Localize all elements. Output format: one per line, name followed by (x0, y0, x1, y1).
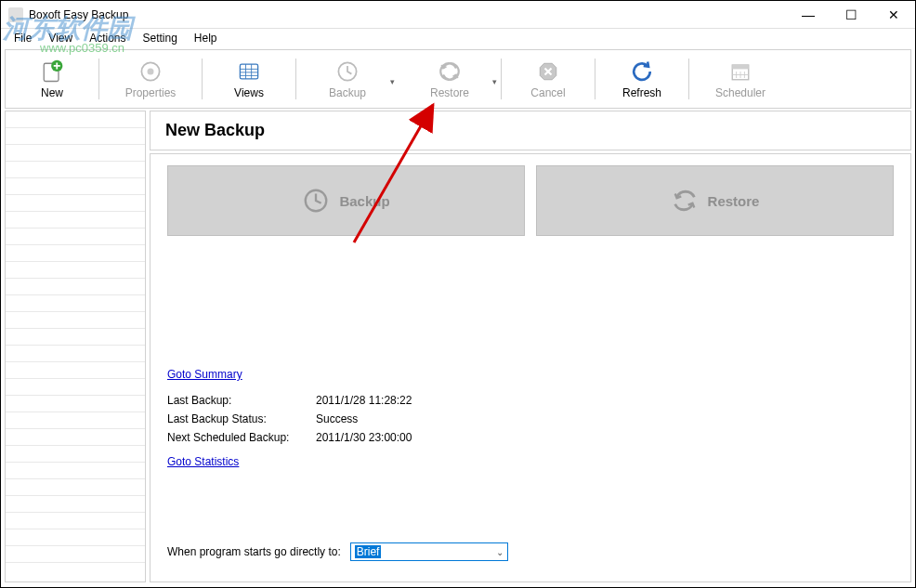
backup-icon (334, 59, 360, 85)
refresh-button[interactable]: Refresh (595, 51, 688, 107)
restore-button[interactable]: Restore ▾ (399, 51, 501, 107)
next-sched-label: Next Scheduled Backup: (167, 431, 316, 444)
cancel-label: Cancel (530, 86, 565, 99)
startup-value: Brief (355, 545, 382, 558)
menu-help[interactable]: Help (187, 30, 225, 46)
new-button[interactable]: New (6, 51, 98, 107)
last-status-label: Last Backup Status: (167, 412, 316, 425)
scheduler-label: Scheduler (715, 86, 766, 99)
new-label: New (41, 86, 63, 99)
scheduler-icon (727, 59, 753, 85)
list-item[interactable] (6, 245, 145, 262)
properties-button[interactable]: Properties (99, 51, 202, 107)
summary-section: Goto Summary Last Backup: 2011/1/28 11:2… (167, 368, 412, 468)
list-item[interactable] (6, 212, 145, 229)
list-item[interactable] (6, 379, 145, 396)
startup-section: When program starts go directly to: Brie… (167, 542, 508, 561)
last-status-value: Success (316, 412, 358, 425)
list-item[interactable] (6, 111, 145, 128)
app-icon (8, 7, 23, 22)
sidebar[interactable] (5, 111, 146, 582)
list-item[interactable] (6, 262, 145, 279)
main-area: New Backup Backup (5, 111, 911, 582)
menu-file[interactable]: File (7, 30, 39, 46)
refresh-label: Refresh (622, 86, 661, 99)
list-item[interactable] (6, 446, 145, 463)
content-body: Backup Restore Goto Summary Last Backu (150, 153, 911, 582)
chevron-down-icon: ⌄ (496, 547, 504, 557)
cycle-icon (671, 187, 699, 215)
list-item[interactable] (6, 529, 145, 546)
restore-icon (437, 59, 463, 85)
menu-actions[interactable]: Actions (82, 30, 133, 46)
list-item[interactable] (6, 128, 145, 145)
big-restore-label: Restore (708, 193, 760, 209)
list-item[interactable] (6, 479, 145, 496)
minimize-button[interactable]: — (787, 1, 830, 29)
list-item[interactable] (6, 362, 145, 379)
list-item[interactable] (6, 546, 145, 563)
menu-setting[interactable]: Setting (136, 30, 185, 46)
big-restore-button[interactable]: Restore (536, 165, 894, 236)
window-title: Boxoft Easy Backup (29, 8, 128, 21)
new-icon (39, 59, 65, 85)
svg-rect-14 (732, 65, 749, 69)
big-backup-label: Backup (339, 193, 389, 209)
list-item[interactable] (6, 329, 145, 346)
last-backup-value: 2011/1/28 11:28:22 (316, 394, 412, 407)
restore-label: Restore (430, 86, 469, 99)
scheduler-button[interactable]: Scheduler (689, 51, 792, 107)
list-item[interactable] (6, 162, 145, 178)
clock-icon (302, 187, 330, 215)
list-item[interactable] (6, 145, 145, 162)
next-sched-value: 2011/1/30 23:00:00 (316, 431, 412, 444)
backup-label: Backup (329, 86, 366, 99)
cancel-button[interactable]: Cancel (502, 51, 595, 107)
startup-label: When program starts go directly to: (167, 545, 341, 558)
refresh-icon (629, 59, 655, 85)
properties-label: Properties (125, 86, 177, 99)
backup-button[interactable]: Backup ▾ (296, 51, 399, 107)
list-item[interactable] (6, 412, 145, 429)
svg-point-4 (148, 69, 154, 75)
toolbar: New Properties Views Backup ▾ (5, 49, 911, 109)
content-panel: New Backup Backup (150, 111, 911, 582)
list-item[interactable] (6, 429, 145, 446)
list-item[interactable] (6, 279, 145, 295)
list-item[interactable] (6, 346, 145, 362)
last-backup-label: Last Backup: (167, 394, 316, 407)
list-item[interactable] (6, 396, 145, 412)
maximize-button[interactable]: ☐ (830, 1, 872, 29)
close-button[interactable]: ✕ (872, 1, 915, 29)
properties-icon (137, 59, 164, 85)
list-item[interactable] (6, 496, 145, 513)
list-item[interactable] (6, 463, 145, 479)
views-button[interactable]: Views (203, 51, 295, 107)
list-item[interactable] (6, 229, 145, 245)
goto-summary-link[interactable]: Goto Summary (167, 368, 242, 381)
menu-view[interactable]: View (41, 30, 80, 46)
list-item[interactable] (6, 178, 145, 195)
views-icon (236, 59, 262, 85)
views-label: Views (234, 86, 264, 99)
svg-rect-5 (240, 64, 257, 79)
chevron-down-icon[interactable]: ▾ (492, 77, 497, 86)
list-item[interactable] (6, 312, 145, 329)
page-title: New Backup (150, 111, 911, 150)
goto-statistics-link[interactable]: Goto Statistics (167, 455, 239, 468)
startup-combobox[interactable]: Brief ⌄ (350, 542, 508, 561)
list-item[interactable] (6, 195, 145, 212)
big-backup-button[interactable]: Backup (167, 165, 525, 236)
list-item[interactable] (6, 295, 145, 312)
cancel-icon (535, 59, 561, 85)
titlebar: Boxoft Easy Backup — ☐ ✕ (1, 1, 915, 29)
menubar: File View Actions Setting Help (1, 29, 915, 47)
chevron-down-icon[interactable]: ▾ (390, 77, 395, 86)
list-item[interactable] (6, 513, 145, 529)
